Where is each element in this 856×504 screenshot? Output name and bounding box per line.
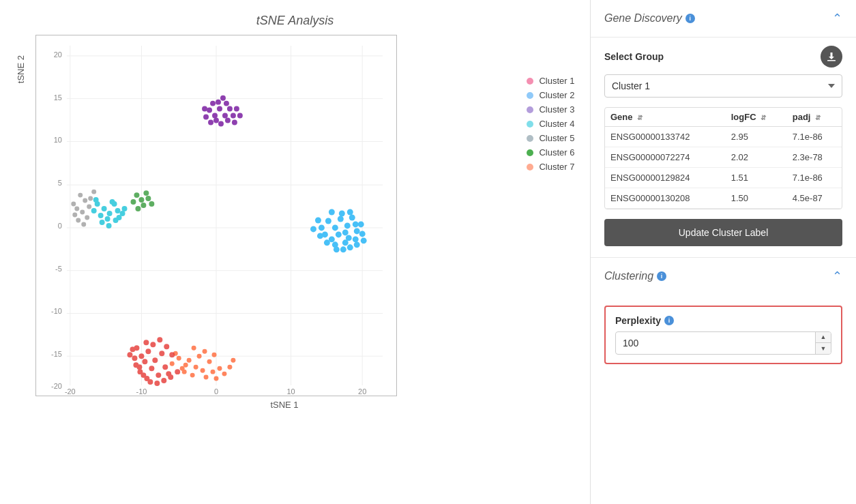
- perplexity-decrement-button[interactable]: ▼: [816, 343, 831, 354]
- legend-label: Cluster 6: [539, 147, 574, 158]
- svg-text:-10: -10: [51, 307, 62, 315]
- perplexity-increment-button[interactable]: ▲: [816, 332, 831, 343]
- legend-dot: [527, 135, 533, 142]
- svg-point-136: [344, 222, 350, 228]
- gene-discovery-header: Gene Discovery i ⌃: [604, 11, 842, 26]
- svg-point-98: [74, 207, 79, 211]
- svg-point-110: [130, 199, 136, 205]
- svg-text:5: 5: [57, 179, 61, 187]
- chart-title: tSNE Analysis: [256, 14, 334, 28]
- svg-text:-10: -10: [136, 387, 147, 396]
- perplexity-input[interactable]: [616, 333, 815, 353]
- svg-point-31: [186, 358, 191, 363]
- svg-point-29: [183, 363, 188, 368]
- svg-point-96: [80, 210, 85, 215]
- padj-col-header[interactable]: padj ⇵: [787, 108, 842, 127]
- logfc-col-header[interactable]: logFC ⇵: [726, 108, 787, 127]
- svg-point-45: [211, 353, 216, 357]
- legend-item: Cluster 2: [527, 90, 574, 100]
- svg-point-122: [230, 113, 235, 119]
- cluster-2-points: [91, 197, 127, 228]
- svg-point-103: [81, 222, 86, 226]
- legend-label: Cluster 5: [539, 133, 574, 143]
- svg-point-129: [202, 106, 207, 112]
- select-group-section: Select Group Cluster 1Cluster 2Cluster 3…: [591, 38, 856, 258]
- gene-discovery-info-icon[interactable]: i: [685, 14, 695, 23]
- svg-point-101: [91, 190, 96, 194]
- table-row: ENSG00000133742 2.95 7.1e-86: [605, 127, 842, 147]
- legend-item: Cluster 1: [527, 76, 574, 86]
- svg-point-161: [360, 237, 366, 243]
- clustering-collapse-icon[interactable]: ⌃: [832, 269, 842, 284]
- svg-point-152: [352, 236, 358, 242]
- svg-text:-20: -20: [51, 382, 62, 390]
- perplexity-label: Perplexity i: [615, 315, 831, 326]
- svg-point-119: [220, 95, 225, 101]
- svg-point-106: [138, 197, 144, 203]
- clustering-header: Clustering i ⌃: [604, 269, 842, 284]
- svg-point-111: [145, 196, 151, 201]
- svg-point-73: [133, 362, 138, 368]
- cluster-group-select[interactable]: Cluster 1Cluster 2Cluster 3Cluster 4Clus…: [604, 74, 842, 98]
- svg-point-158: [340, 246, 346, 252]
- svg-point-146: [357, 221, 364, 227]
- svg-point-153: [359, 231, 365, 237]
- svg-point-125: [213, 118, 219, 123]
- svg-point-46: [222, 372, 226, 376]
- legend-item: Cluster 7: [527, 162, 574, 172]
- gene-table-wrapper: Gene ⇵ logFC ⇵ padj ⇵ ENSG00000133742 2.…: [604, 107, 842, 209]
- gene-table-header: Gene ⇵ logFC ⇵ padj ⇵: [605, 108, 842, 127]
- svg-point-130: [233, 106, 239, 112]
- logfc-sort-icon: ⇵: [761, 114, 766, 121]
- svg-text:-15: -15: [51, 350, 62, 358]
- svg-text:20: 20: [358, 387, 366, 396]
- clustering-title: Clustering i: [604, 270, 666, 282]
- gene-cell: ENSG00000133742: [605, 127, 726, 147]
- svg-point-149: [346, 209, 353, 216]
- gene-table: Gene ⇵ logFC ⇵ padj ⇵ ENSG00000133742 2.…: [605, 108, 842, 209]
- svg-point-120: [210, 101, 216, 106]
- svg-point-123: [203, 115, 209, 120]
- cluster-4-points: [310, 209, 366, 253]
- svg-point-65: [168, 374, 173, 380]
- svg-point-50: [159, 351, 164, 356]
- gene-col-header[interactable]: Gene ⇵: [605, 108, 726, 127]
- gene-discovery-collapse-icon[interactable]: ⌃: [832, 11, 842, 26]
- svg-point-40: [217, 366, 222, 371]
- update-cluster-label-button[interactable]: Update Cluster Label: [604, 219, 842, 246]
- download-button[interactable]: [821, 46, 842, 68]
- svg-point-156: [310, 226, 316, 232]
- svg-point-83: [98, 213, 103, 218]
- svg-point-147: [328, 209, 334, 216]
- svg-point-53: [156, 372, 161, 378]
- perplexity-section: Perplexity i ▲ ▼: [604, 306, 842, 364]
- svg-point-55: [142, 359, 147, 364]
- svg-point-49: [152, 357, 158, 363]
- clustering-section: Clustering i ⌃: [591, 258, 856, 295]
- svg-point-99: [71, 202, 76, 207]
- legend-item: Cluster 6: [527, 147, 574, 158]
- svg-point-72: [169, 352, 175, 357]
- svg-point-75: [144, 376, 149, 381]
- padj-cell: 2.3e-78: [787, 147, 842, 168]
- svg-point-64: [161, 378, 166, 383]
- svg-point-142: [342, 229, 348, 235]
- right-panel: Gene Discovery i ⌃ Select Group Cluster …: [590, 0, 856, 504]
- svg-point-88: [93, 197, 98, 203]
- clustering-info-icon[interactable]: i: [657, 271, 666, 281]
- svg-point-82: [104, 216, 110, 222]
- svg-point-124: [208, 120, 213, 125]
- svg-point-105: [134, 192, 139, 198]
- legend-item: Cluster 4: [527, 119, 574, 129]
- svg-point-157: [333, 246, 339, 252]
- legend-dot: [527, 121, 533, 128]
- svg-point-108: [141, 203, 146, 208]
- svg-point-33: [200, 368, 205, 373]
- perplexity-info-icon[interactable]: i: [664, 316, 674, 325]
- svg-text:0: 0: [213, 387, 218, 396]
- svg-point-104: [72, 213, 77, 218]
- svg-point-134: [331, 224, 338, 231]
- select-group-row: Select Group: [604, 46, 842, 68]
- svg-text:0: 0: [57, 222, 61, 230]
- legend-label: Cluster 2: [539, 90, 574, 100]
